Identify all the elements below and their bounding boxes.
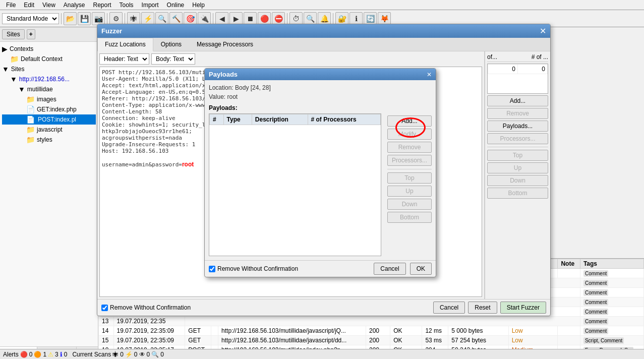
start-fuzzer-button[interactable]: Start Fuzzer — [500, 302, 546, 314]
payload-remove-confirmation-label[interactable]: Remove Without Confirmation — [209, 265, 298, 272]
fuzzer-close-button[interactable]: ✕ — [540, 26, 546, 36]
menu-edit[interactable]: Edit — [20, 2, 38, 9]
remove-payload-button[interactable]: Remove — [387, 142, 432, 153]
refresh-button[interactable]: 🔄 — [364, 12, 377, 25]
info-button[interactable]: ℹ — [349, 12, 363, 25]
back-button[interactable]: ◀ — [215, 12, 228, 25]
modify-payload-button[interactable]: Modify... — [387, 129, 432, 140]
tree-item-javascript[interactable]: 📁 javascript — [2, 125, 96, 135]
down-button[interactable]: Down — [487, 175, 548, 186]
tree-item-default-context[interactable]: 📁 Default Context — [2, 54, 96, 64]
top-button[interactable]: Top — [487, 150, 548, 161]
open-button[interactable]: 📂 — [64, 12, 77, 25]
spider-button[interactable]: 🕷 — [127, 12, 140, 25]
top-payload-button[interactable]: Top — [387, 172, 432, 184]
tab-message-processors[interactable]: Message Processors — [189, 38, 261, 51]
add-button[interactable]: Add... — [487, 95, 548, 106]
cell-tags: Comment — [580, 297, 643, 307]
bottom-button[interactable]: Bottom — [487, 188, 548, 199]
down-payload-button[interactable]: Down — [387, 199, 432, 210]
up-button[interactable]: Up — [487, 162, 548, 173]
file-icon: 📄 — [26, 105, 35, 113]
fuzz-button[interactable]: 🎯 — [184, 12, 197, 25]
payload-remove-confirmation-checkbox[interactable] — [209, 266, 215, 272]
payloads-button[interactable]: Payloads... — [487, 121, 548, 132]
menu-online[interactable]: Online — [163, 2, 189, 9]
add-payload-button[interactable]: Add... — [387, 115, 432, 127]
menu-view[interactable]: View — [38, 2, 60, 9]
cancel-fuzzer-button[interactable]: Cancel — [433, 302, 465, 314]
ajax-icon: ⚡ — [125, 351, 133, 358]
options-button[interactable]: ⚙ — [109, 12, 123, 25]
menu-help[interactable]: Help — [188, 2, 209, 9]
processors-payload-button[interactable]: Processors... — [387, 155, 432, 166]
reset-fuzzer-button[interactable]: Reset — [468, 302, 497, 314]
add-site-button[interactable]: + — [27, 29, 35, 39]
ajax-button[interactable]: ⚡ — [141, 12, 154, 25]
payloads-title: Payloads — [209, 71, 238, 78]
remove-fuzz-button[interactable]: Remove — [487, 108, 548, 119]
cell-tags: Comment — [580, 278, 643, 288]
table-row[interactable]: 15 19.07.2019, 22:35:09 GET http://192.1… — [99, 336, 644, 345]
menu-file[interactable]: File — [2, 2, 20, 9]
table-row[interactable]: 18 19.07.2019, 22:35:17 POST http://192.… — [99, 345, 644, 349]
snapshot-button[interactable]: 📷 — [92, 12, 105, 25]
save-button[interactable]: 💾 — [78, 12, 91, 25]
scans-status: Current Scans 🕷 0 ⚡ 0 👁 0 🔍 0 — [72, 351, 163, 358]
cell-url: http://192.168.56.103/mutillidae/javascr… — [218, 336, 366, 345]
tree-item-contexts[interactable]: ▶ Contexts — [2, 44, 96, 54]
processors-fuzz-button[interactable]: Processors... — [487, 133, 548, 144]
cell-tags: Comment — [580, 307, 643, 317]
cell-code: 200 — [366, 336, 390, 345]
remove-confirmation-label[interactable]: Remove Without Confirmation — [101, 304, 191, 311]
forward-button[interactable]: ▶ — [229, 12, 243, 25]
header-select[interactable]: Header: Text — [99, 53, 149, 65]
search-toolbar-button[interactable]: 🔍 — [304, 12, 317, 25]
menu-bar: File Edit View Analyse Report Tools Impo… — [0, 0, 644, 10]
table-row[interactable]: 13 19.07.2019, 22:35 Comment — [99, 317, 644, 326]
menu-tools[interactable]: Tools — [115, 2, 138, 9]
remove-confirmation-checkbox[interactable] — [101, 305, 108, 311]
folder-icon: ▼ — [18, 85, 25, 93]
col-description: Description — [252, 114, 308, 125]
firefox-button[interactable]: 🦊 — [378, 12, 391, 25]
ports-button[interactable]: 🔌 — [198, 12, 211, 25]
status-bar: Alerts 🔴 0 🟠 1 ⚠ 3 ℹ 0 Current Scans 🕷 0… — [0, 349, 644, 359]
proxy-button[interactable]: 🔐 — [335, 12, 348, 25]
tree-item-mutillidae[interactable]: ▼ mutillidae — [2, 84, 96, 94]
alert-button[interactable]: 🔔 — [318, 12, 331, 25]
ajax-count: 0 — [134, 351, 138, 358]
location-label: Location: — [209, 84, 233, 91]
tab-fuzz-locations[interactable]: Fuzz Locations — [97, 38, 153, 51]
cancel-payloads-button[interactable]: Cancel — [374, 263, 405, 275]
stop-button[interactable]: ⏹ — [244, 12, 257, 25]
brute-button[interactable]: 🔨 — [169, 12, 183, 25]
tree-item-sites[interactable]: ▼ Sites — [2, 64, 96, 74]
mode-select[interactable]: Standard Mode — [2, 13, 59, 24]
bottom-payload-button[interactable]: Bottom — [387, 212, 432, 223]
up-payload-button[interactable]: Up — [387, 186, 432, 197]
body-select[interactable]: Body: Text — [151, 53, 195, 65]
history-toolbar-button[interactable]: ⏱ — [289, 12, 303, 25]
scan-button[interactable]: 🔍 — [155, 12, 168, 25]
fuzzer-toolbar: Header: Text Body: Text — [99, 53, 482, 65]
tab-options[interactable]: Options — [153, 38, 189, 51]
break-button[interactable]: 🔴 — [258, 12, 271, 25]
payloads-close-button[interactable]: ✕ — [427, 71, 432, 78]
tree-item-images[interactable]: 📁 images — [2, 94, 96, 104]
payloads-table: # Type Description # of Processors — [209, 114, 381, 125]
table-row[interactable]: 14 19.07.2019, 22:35:09 GET http://192.1… — [99, 326, 644, 336]
separator-2 — [107, 13, 107, 24]
menu-import[interactable]: Import — [138, 2, 163, 9]
tree-item-styles[interactable]: 📁 styles — [2, 135, 96, 145]
cell-timestamp: 19.07.2019, 22:35:09 — [113, 326, 185, 336]
cell-method: GET — [185, 326, 211, 336]
sites-button[interactable]: Sites — [2, 29, 25, 39]
break-all-button[interactable]: ⛔ — [272, 12, 285, 25]
menu-analyse[interactable]: Analyse — [60, 2, 89, 9]
tree-item-post-index[interactable]: 📄 POST:index.pl — [2, 114, 96, 125]
ok-payloads-button[interactable]: OK — [410, 263, 432, 275]
menu-report[interactable]: Report — [89, 2, 115, 9]
tree-item-host[interactable]: ▼ http://192.168.56... — [2, 74, 96, 84]
tree-item-get-index[interactable]: 📄 GET:index.php — [2, 104, 96, 114]
